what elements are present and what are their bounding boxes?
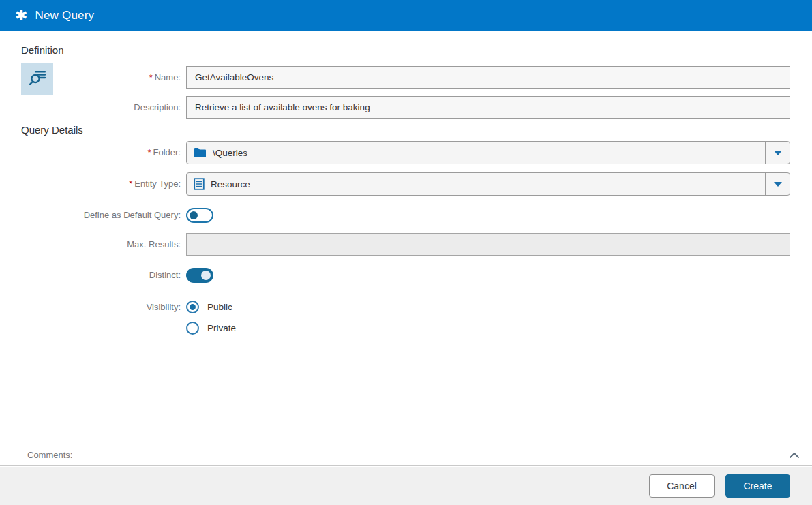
- dialog-titlebar: ✱ New Query: [0, 0, 812, 31]
- default-query-toggle[interactable]: [186, 208, 213, 223]
- folder-icon: [194, 147, 207, 158]
- name-input[interactable]: GetAvailableOvens: [186, 66, 790, 89]
- private-radio[interactable]: [186, 322, 199, 335]
- public-radio[interactable]: [186, 301, 199, 313]
- distinct-label: Distinct:: [0, 268, 181, 283]
- max-results-input[interactable]: [186, 233, 790, 256]
- entity-type-label: *Entity Type:: [0, 172, 181, 195]
- document-icon: [194, 178, 205, 190]
- comments-label: Comments:: [27, 450, 72, 460]
- folder-label: *Folder:: [0, 141, 181, 164]
- private-radio-label: Private: [207, 323, 236, 333]
- create-button[interactable]: Create: [725, 474, 790, 498]
- description-label: Description:: [0, 96, 181, 119]
- description-input[interactable]: Retrieve a list of available ovens for b…: [186, 96, 790, 119]
- folder-dropdown-arrow[interactable]: [765, 142, 790, 164]
- public-radio-label: Public: [207, 302, 232, 312]
- visibility-option-private: Private: [186, 322, 790, 335]
- radio-dot: [190, 304, 196, 310]
- dialog-footer: Cancel Create: [0, 467, 812, 505]
- toggle-knob: [190, 211, 198, 219]
- name-label: *Name:: [0, 66, 181, 89]
- chevron-up-icon[interactable]: [789, 452, 800, 459]
- required-marker: *: [147, 147, 151, 157]
- folder-dropdown[interactable]: \Queries: [186, 141, 790, 164]
- default-query-label: Define as Default Query:: [0, 208, 181, 223]
- visibility-label: Visibility:: [0, 301, 181, 313]
- distinct-toggle[interactable]: [186, 268, 213, 283]
- visibility-option-public: Public: [186, 301, 790, 313]
- section-heading-query-details: Query Details: [21, 124, 83, 136]
- chevron-down-icon: [774, 151, 782, 155]
- dialog-title: New Query: [35, 9, 94, 22]
- asterisk-icon: ✱: [15, 8, 27, 23]
- comments-bar: Comments:: [0, 444, 812, 466]
- required-marker: *: [129, 179, 132, 189]
- entity-type-value: Resource: [211, 179, 250, 189]
- required-marker: *: [149, 72, 153, 82]
- folder-value: \Queries: [213, 148, 247, 158]
- toggle-knob: [201, 271, 211, 280]
- max-results-label: Max. Results:: [0, 233, 181, 256]
- chevron-down-icon: [774, 182, 782, 187]
- cancel-button[interactable]: Cancel: [649, 474, 715, 498]
- section-heading-definition: Definition: [21, 44, 64, 56]
- entity-type-dropdown-arrow[interactable]: [765, 173, 790, 195]
- entity-type-dropdown[interactable]: Resource: [186, 172, 790, 196]
